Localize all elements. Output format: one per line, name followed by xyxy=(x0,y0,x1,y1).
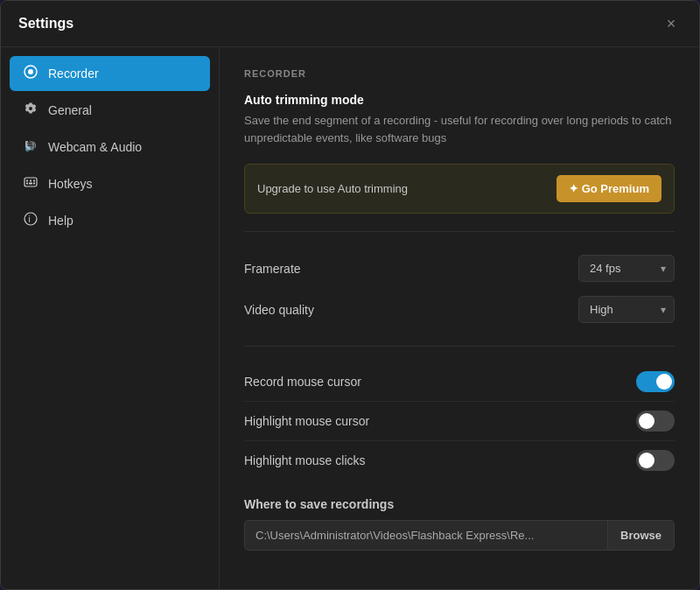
video-quality-select-wrapper: Low Medium High Ultra xyxy=(578,296,675,323)
record-cursor-slider xyxy=(636,371,675,392)
record-cursor-label: Record mouse cursor xyxy=(244,375,361,389)
svg-rect-8 xyxy=(29,183,32,185)
gear-icon xyxy=(22,102,39,119)
save-path-row: C:\Users\Administrator\Videos\Flashback … xyxy=(244,520,675,551)
upgrade-banner: Upgrade to use Auto trimming ✦ Go Premiu… xyxy=(244,164,675,214)
sidebar-label-help: Help xyxy=(48,214,74,228)
video-quality-select[interactable]: Low Medium High Ultra xyxy=(578,296,675,323)
highlight-cursor-slider xyxy=(636,411,675,432)
record-cursor-toggle[interactable] xyxy=(636,371,675,392)
svg-rect-5 xyxy=(30,180,32,182)
toggle-row-highlight-clicks: Highlight mouse clicks xyxy=(244,441,675,480)
main-panel: RECORDER Auto trimming mode Save the end… xyxy=(220,47,699,589)
sidebar-label-recorder: Recorder xyxy=(48,67,99,81)
save-path-label: Where to save recordings xyxy=(244,497,675,511)
svg-text:i: i xyxy=(29,214,31,224)
sidebar-item-hotkeys[interactable]: Hotkeys xyxy=(10,166,210,201)
highlight-cursor-label: Highlight mouse cursor xyxy=(244,414,369,428)
auto-trim-title: Auto trimming mode xyxy=(244,93,675,107)
highlight-clicks-slider xyxy=(636,450,675,471)
auto-trim-desc: Save the end segment of a recording - us… xyxy=(244,112,675,146)
browse-button[interactable]: Browse xyxy=(607,521,674,550)
svg-point-1 xyxy=(28,69,33,74)
highlight-clicks-toggle[interactable] xyxy=(636,450,675,471)
toggle-row-highlight-cursor: Highlight mouse cursor xyxy=(244,402,675,441)
divider-1 xyxy=(244,231,675,232)
save-path-section: Where to save recordings C:\Users\Admini… xyxy=(244,497,675,551)
sidebar-item-general[interactable]: General xyxy=(10,93,210,128)
framerate-select[interactable]: 12 fps 15 fps 24 fps 30 fps 60 fps xyxy=(578,255,675,282)
sidebar-item-webcam-audio[interactable]: 🔊 Webcam & Audio xyxy=(10,130,210,165)
svg-rect-6 xyxy=(33,180,35,182)
svg-point-10 xyxy=(24,213,37,225)
dialog-title: Settings xyxy=(18,16,74,32)
settings-dialog: Settings × Recorder xyxy=(0,0,700,590)
svg-rect-3 xyxy=(24,178,37,186)
sidebar-label-general: General xyxy=(48,103,92,117)
svg-text:🔊: 🔊 xyxy=(24,140,37,152)
section-label: RECORDER xyxy=(244,68,675,79)
highlight-cursor-toggle[interactable] xyxy=(636,411,675,432)
content-area: Recorder General 🔊 xyxy=(1,47,699,589)
divider-2 xyxy=(244,346,675,347)
title-bar: Settings × xyxy=(1,1,699,47)
recorder-icon xyxy=(22,65,39,82)
close-button[interactable]: × xyxy=(661,13,682,34)
toggle-row-record-cursor: Record mouse cursor xyxy=(244,362,675,402)
framerate-select-wrapper: 12 fps 15 fps 24 fps 30 fps 60 fps xyxy=(578,255,675,282)
highlight-clicks-label: Highlight mouse clicks xyxy=(244,453,366,467)
sidebar-label-hotkeys: Hotkeys xyxy=(48,177,93,191)
sidebar-label-webcam-audio: Webcam & Audio xyxy=(48,140,142,154)
save-path-text: C:\Users\Administrator\Videos\Flashback … xyxy=(245,521,607,550)
svg-rect-4 xyxy=(26,180,28,182)
video-quality-row: Video quality Low Medium High Ultra xyxy=(244,289,675,330)
video-quality-label: Video quality xyxy=(244,303,314,317)
svg-rect-7 xyxy=(26,183,28,185)
webcam-audio-icon: 🔊 xyxy=(22,138,39,156)
go-premium-button[interactable]: ✦ Go Premium xyxy=(556,175,662,202)
framerate-label: Framerate xyxy=(244,262,301,276)
svg-rect-9 xyxy=(33,183,35,185)
framerate-row: Framerate 12 fps 15 fps 24 fps 30 fps 60… xyxy=(244,248,675,289)
hotkeys-icon xyxy=(22,175,39,193)
auto-trim-group: Auto trimming mode Save the end segment … xyxy=(244,93,675,146)
sidebar: Recorder General 🔊 xyxy=(1,47,220,589)
toggle-group: Record mouse cursor Highlight mouse curs… xyxy=(244,362,675,480)
upgrade-text: Upgrade to use Auto trimming xyxy=(257,182,408,195)
sidebar-item-recorder[interactable]: Recorder xyxy=(10,56,210,91)
help-icon: i xyxy=(22,212,39,229)
sidebar-item-help[interactable]: i Help xyxy=(10,203,210,238)
